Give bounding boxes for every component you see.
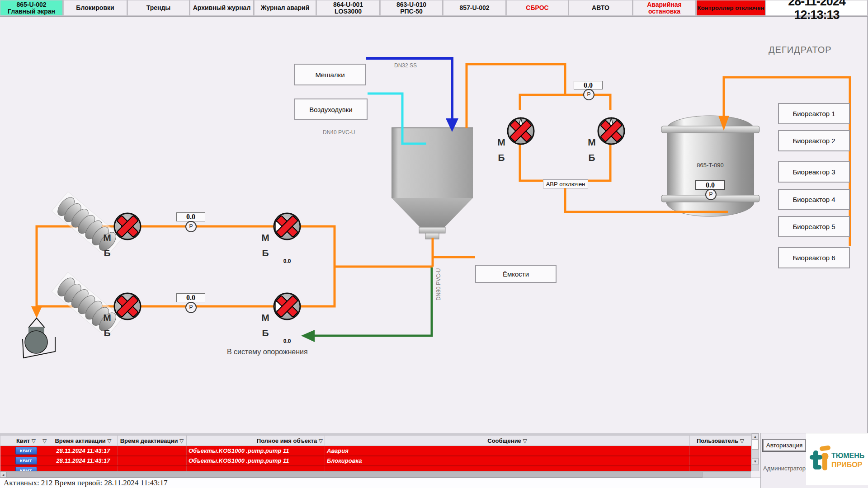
ack-button[interactable]: КВИТ (15, 447, 37, 455)
pipe-label-dn80: DN80 PVC-U (435, 268, 442, 300)
blowers-box[interactable]: Воздуходувки (294, 99, 368, 120)
pump-backup-letter: Б (586, 152, 598, 163)
tab-857-u-002[interactable]: 857-U-002 (443, 0, 506, 16)
message-cell: Блокировка (325, 456, 690, 466)
filter-icon[interactable]: ▽ (179, 438, 184, 444)
auto-mode-button[interactable]: АВТО (569, 0, 633, 16)
mixers-box[interactable]: Мешалки (294, 64, 366, 85)
tab-main-screen[interactable]: 865-U-002Главный экран (0, 0, 63, 16)
process-diagram-svg (0, 17, 868, 433)
reset-button[interactable]: СБРОС (506, 0, 569, 16)
tyumen-pribor-logo-icon (809, 445, 832, 475)
tanks-box[interactable]: Ёмкости (475, 265, 557, 283)
filter-icon[interactable]: ▽ (319, 438, 323, 444)
filter-icon[interactable]: ▽ (740, 438, 744, 444)
col-user[interactable]: Пользователь ▽ (690, 436, 751, 446)
ack-button[interactable]: КВИТ (15, 467, 37, 471)
col-flag[interactable]: ▽ (40, 436, 49, 446)
drain-system-label: В систему опорожнения (227, 348, 308, 356)
tab-864-u-001[interactable]: 864-U-001LOS3000 (316, 0, 380, 16)
row-mark-cell (0, 466, 12, 472)
col-ack[interactable]: Квит ▽ (12, 436, 40, 446)
col-message[interactable]: Сообщение ▽ (325, 436, 690, 446)
col-deactivation-time[interactable]: Время деактивации ▽ (118, 436, 187, 446)
pressure-letter-left-top: P (185, 221, 197, 232)
emergency-stop-button[interactable]: Аварийнаяостановка (633, 0, 696, 16)
col-activation-time[interactable]: Время активации ▽ (49, 436, 118, 446)
alarm-table-header: Квит ▽ ▽ Время активации ▽ Время деактив… (0, 436, 751, 446)
bioreactor-6-box[interactable]: Биореактор 6 (778, 247, 850, 268)
pump-main-letter: М (259, 312, 271, 323)
hscroll-thumb[interactable] (6, 472, 703, 478)
top-navigation-bar: 865-U-002Главный экран Блокировки Тренды… (0, 0, 868, 17)
alarm-table-hscrollbar[interactable]: ◄ (0, 471, 751, 478)
pump-main-letter: М (101, 312, 113, 323)
flow-value-top: 0.0 (274, 258, 300, 264)
pump-conveyor-1[interactable] (114, 213, 141, 239)
pipe-label-dn32: DN32 SS (394, 62, 417, 69)
flow-value-bottom: 0.0 (274, 338, 300, 344)
pump-backup-letter: Б (101, 328, 113, 338)
deactivation-time-cell (118, 456, 187, 466)
vscroll-thumb[interactable] (752, 440, 759, 450)
tab-alarm-log[interactable]: Журнал аварий (254, 0, 316, 16)
pump-main-letter: М (101, 232, 113, 243)
bioreactor-3-box[interactable]: Биореактор 3 (778, 161, 850, 183)
pump-main-letter: М (586, 137, 598, 148)
alarm-row[interactable]: КВИТ 28.11.2024 11:43:17 Объекты.KOS1000… (0, 446, 751, 456)
scroll-down-icon[interactable]: ▼ (752, 458, 759, 465)
bioreactor-5-box[interactable]: Биореактор 5 (778, 216, 850, 237)
filter-icon[interactable]: ▽ (523, 438, 527, 444)
object-name-cell: Объекты.KOS1000 .pump.pump 11 (187, 446, 325, 456)
alarm-row[interactable]: КВИТ 28.11.2024 11:43:17 Объекты.KOS1000… (0, 456, 751, 466)
drain-pump-icon (23, 318, 55, 358)
pipe-hopper-discharge (335, 238, 475, 267)
logo-line-2: ПРИБОР (831, 460, 864, 469)
pump-discharge-1[interactable] (274, 213, 300, 239)
current-user-label: Администратор (762, 465, 807, 472)
page-title: ДЕГИДРАТОР (769, 45, 863, 55)
bioreactor-4-box[interactable]: Биореактор 4 (778, 189, 850, 210)
hopper-body (392, 128, 473, 198)
scroll-up-icon[interactable]: ▲ (752, 433, 759, 440)
scroll-left-icon[interactable]: ◄ (0, 472, 6, 478)
bioreactor-1-box[interactable]: Биореактор 1 (778, 103, 850, 124)
user-cell (690, 466, 751, 472)
alarm-table-vscrollbar[interactable]: ▲ ▼ (751, 433, 759, 471)
col-object-name[interactable]: Полное имя объекта ▽ (187, 436, 325, 446)
avr-status-box: АВР отключен (543, 179, 588, 188)
pump-main-letter: М (259, 232, 271, 243)
activation-time-cell: 28.11.2024 11:43:17 (49, 456, 118, 466)
pipe-drain-green (315, 267, 432, 336)
message-cell (325, 466, 690, 472)
pump-backup-letter: Б (495, 152, 507, 163)
vendor-logo-box: ТЮМЕНЬ ПРИБОР (806, 433, 868, 485)
ack-button[interactable]: КВИТ (15, 457, 37, 465)
scada-screen: 865-U-002Главный экран Блокировки Тренды… (0, 0, 868, 488)
pump-avr-2[interactable] (598, 118, 624, 144)
filter-icon[interactable]: ▽ (107, 438, 111, 444)
hopper-funnel (392, 198, 473, 228)
authorization-button[interactable]: Авторизация (763, 439, 806, 451)
pressure-value-left-bottom: 0.0 (176, 293, 205, 302)
filter-icon[interactable]: ▽ (32, 438, 36, 444)
tab-interlocks[interactable]: Блокировки (63, 0, 127, 16)
pressure-value-tank: 0.0 (695, 180, 725, 190)
pressure-letter-avr: P (583, 89, 594, 100)
logo-line-1: ТЮМЕНЬ (831, 451, 864, 460)
user-cell (690, 446, 751, 456)
tab-archive-log[interactable]: Архивный журнал (190, 0, 254, 16)
pump-backup-letter: Б (101, 248, 113, 258)
pump-discharge-2[interactable] (274, 293, 300, 319)
pump-main-letter: М (495, 137, 507, 148)
auth-panel: Авторизация Администратор ТЮМЕНЬ ПРИБОР (760, 433, 868, 488)
message-cell: Авария (325, 446, 690, 456)
tab-trends[interactable]: Тренды (127, 0, 190, 16)
pump-conveyor-2[interactable] (114, 293, 141, 319)
bioreactor-2-box[interactable]: Биореактор 2 (778, 130, 850, 151)
alarm-row[interactable]: КВИТ (0, 466, 751, 472)
tab-863-u-010[interactable]: 863-U-010РПС-50 (380, 0, 443, 16)
filter-icon[interactable]: ▽ (42, 438, 47, 444)
pump-avr-1[interactable] (508, 118, 534, 144)
activation-time-cell (49, 466, 118, 472)
